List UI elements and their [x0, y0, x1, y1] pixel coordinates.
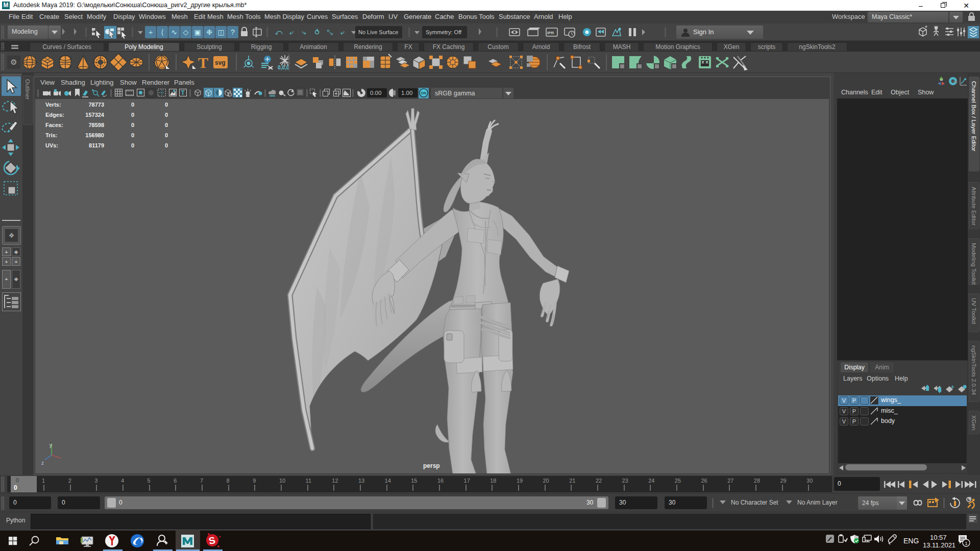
svg-text:13.11.2021: 13.11.2021	[923, 541, 955, 549]
svg-text:IPR: IPR	[547, 31, 554, 35]
svg-text:T: T	[198, 54, 208, 71]
svg-text:+: +	[951, 384, 954, 390]
svg-text:1.00: 1.00	[401, 90, 412, 96]
svg-text:ENG: ENG	[903, 537, 919, 545]
svg-text:0,0,0: 0,0,0	[278, 65, 289, 70]
svg-text:svg: svg	[215, 59, 226, 66]
svg-text:T: T	[181, 89, 185, 96]
svg-text:1: 1	[965, 541, 968, 546]
svg-text:0.00: 0.00	[370, 90, 381, 96]
svg-text:ON: ON	[421, 91, 427, 95]
svg-text:10:57: 10:57	[930, 534, 947, 541]
svg-text:sRGB gamma: sRGB gamma	[435, 90, 475, 97]
